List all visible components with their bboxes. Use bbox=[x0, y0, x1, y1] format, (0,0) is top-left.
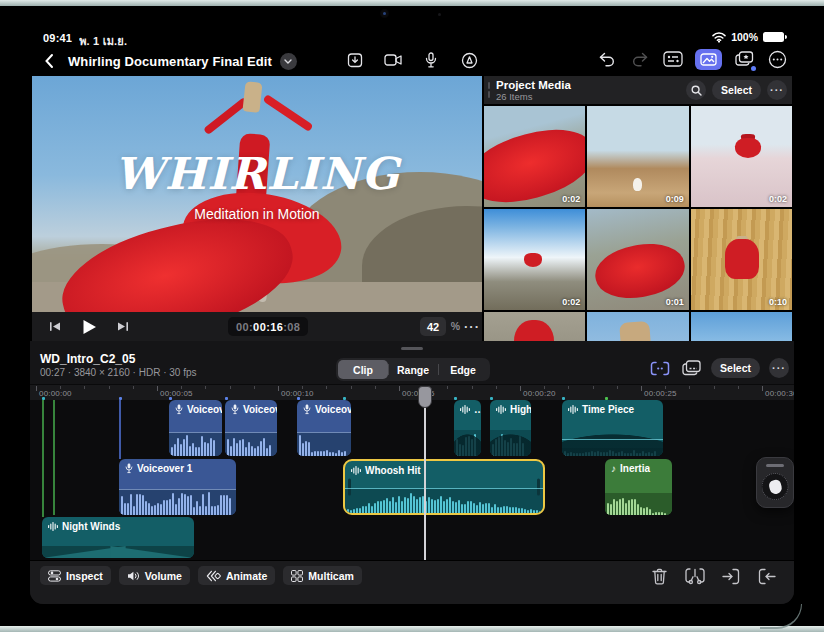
mode-clip[interactable]: Clip bbox=[338, 360, 388, 379]
play-button[interactable] bbox=[78, 316, 100, 338]
multicam-button[interactable]: Multicam bbox=[283, 566, 362, 585]
clip-appearance-button[interactable] bbox=[680, 357, 702, 379]
clip-connector-line bbox=[119, 400, 121, 459]
media-thumbnail[interactable] bbox=[587, 312, 688, 341]
clip-waveform bbox=[119, 489, 236, 515]
timeline-clip-info: 00:27 · 3840 × 2160 · HDR · 30 fps bbox=[40, 367, 196, 378]
timeline-clips-area[interactable]: Night WindsVoiceover 1Voiceover 2Voiceov… bbox=[30, 400, 794, 560]
clip-night-winds[interactable]: Night Winds bbox=[42, 517, 194, 558]
clip-high[interactable]: High… bbox=[490, 400, 531, 456]
delete-button[interactable] bbox=[648, 565, 670, 587]
skip-back-icon[interactable] bbox=[44, 316, 66, 338]
front-camera bbox=[380, 9, 389, 18]
jog-wheel-panel[interactable] bbox=[756, 457, 794, 508]
media-thumbnail[interactable] bbox=[484, 312, 585, 341]
battery-percent: 100% bbox=[731, 31, 758, 43]
thumbnail-duration: 0:02 bbox=[769, 194, 787, 204]
clip-label: Night Winds bbox=[42, 517, 194, 532]
media-thumbnail[interactable]: 0:02 bbox=[484, 106, 585, 207]
tool-label: Animate bbox=[226, 570, 267, 582]
timecode-display[interactable]: 00:00:16:08 bbox=[228, 317, 308, 336]
media-thumbnail[interactable]: 0:02 bbox=[691, 106, 792, 207]
magnetic-timeline-button[interactable] bbox=[649, 357, 671, 379]
battery-icon bbox=[763, 32, 784, 42]
more-button[interactable] bbox=[766, 48, 788, 70]
inspect-button[interactable]: Inspect bbox=[40, 566, 111, 585]
jog-dial[interactable] bbox=[762, 473, 789, 500]
clip-clip[interactable]: … bbox=[454, 400, 481, 456]
device-edge-top bbox=[0, 0, 824, 6]
clip-waveform bbox=[605, 493, 672, 515]
blade-cut-button[interactable] bbox=[684, 565, 706, 587]
timeline-drag-handle[interactable] bbox=[401, 347, 423, 350]
clip-time-piece[interactable]: Time Piece bbox=[562, 400, 663, 456]
project-title: Whirling Documentary Final Edit bbox=[68, 54, 272, 69]
viewer[interactable]: WHIRLING Meditation in Motion bbox=[32, 76, 482, 312]
media-thumbnail[interactable]: 0:09 bbox=[587, 106, 688, 207]
mode-edge[interactable]: Edge bbox=[438, 360, 488, 379]
timeline-clip-name: WD_Intro_C2_05 bbox=[40, 352, 135, 366]
title-menu-button[interactable] bbox=[280, 53, 297, 70]
thumbnail-duration: 0:02 bbox=[562, 297, 580, 307]
video-title-overlay: WHIRLING bbox=[32, 148, 482, 199]
append-clip-button[interactable] bbox=[756, 565, 778, 587]
export-button[interactable] bbox=[344, 49, 366, 71]
inspector-toggle-button[interactable] bbox=[662, 48, 684, 70]
clip-waveform bbox=[454, 430, 481, 456]
clip-label: Voiceover 3 bbox=[297, 400, 351, 415]
camera-button[interactable] bbox=[382, 49, 404, 71]
tool-label: Inspect bbox=[66, 570, 103, 582]
clip-label: Voiceover 2 bbox=[225, 400, 277, 415]
clip-waveform bbox=[490, 430, 531, 456]
status-bar: 09:41 พ. 1 เม.ย. 100% bbox=[30, 28, 794, 46]
edit-mode-segmented-control: ClipRangeEdge bbox=[336, 358, 490, 381]
clip-voiceover-1[interactable]: Voiceover 1 bbox=[119, 459, 236, 515]
skip-forward-icon[interactable] bbox=[112, 316, 134, 338]
microphone-button[interactable] bbox=[420, 49, 442, 71]
clip-label: Whoosh Hit bbox=[345, 461, 543, 476]
tool-label: Volume bbox=[145, 570, 182, 582]
volume-button[interactable]: Volume bbox=[119, 566, 190, 585]
mode-range[interactable]: Range bbox=[388, 360, 438, 379]
media-thumbnail[interactable]: 0:02 bbox=[484, 209, 585, 310]
thumbnail-duration: 0:10 bbox=[769, 297, 787, 307]
jog-drag-handle[interactable] bbox=[766, 464, 784, 467]
clip-voiceover-2[interactable]: Voiceover 2 bbox=[169, 400, 222, 456]
media-thumbnail[interactable] bbox=[691, 312, 792, 341]
media-select-button[interactable]: Select bbox=[712, 80, 761, 100]
animate-button[interactable]: Animate bbox=[198, 566, 275, 585]
jog-knob[interactable] bbox=[767, 478, 782, 494]
project-media-count: 26 Items bbox=[496, 91, 532, 102]
project-media-title: Project Media bbox=[496, 79, 571, 91]
clip-voiceover-2[interactable]: Voiceover 2 bbox=[225, 400, 277, 456]
zoom-level[interactable]: 42 bbox=[420, 317, 446, 336]
playhead-handle[interactable] bbox=[418, 386, 432, 408]
notification-dot bbox=[751, 66, 756, 71]
redo-button[interactable] bbox=[629, 48, 651, 70]
undo-button[interactable] bbox=[596, 48, 618, 70]
wifi-icon bbox=[711, 31, 726, 43]
media-browser-button[interactable] bbox=[695, 49, 722, 70]
timeline-ruler[interactable]: 00:00:0000:00:0500:00:1000:00:1500:00:20… bbox=[30, 384, 794, 400]
media-thumbnail[interactable]: 0:10 bbox=[691, 209, 792, 310]
navbar: Whirling Documentary Final Edit bbox=[30, 46, 794, 76]
panel-grip[interactable] bbox=[488, 82, 490, 98]
clip-voiceover-3[interactable]: Voiceover 3 bbox=[297, 400, 351, 456]
clip-level-line bbox=[562, 439, 663, 441]
viewer-more-button[interactable]: ··· bbox=[464, 319, 480, 334]
media-thumbnail[interactable]: 0:01 bbox=[587, 209, 688, 310]
media-more-button[interactable]: ··· bbox=[767, 80, 787, 100]
thumbnail-duration: 0:09 bbox=[666, 194, 684, 204]
timeline-more-button[interactable]: ··· bbox=[769, 358, 789, 378]
clip-inertia[interactable]: ♪Inertia bbox=[605, 459, 672, 515]
overwrite-insert-button[interactable] bbox=[720, 565, 742, 587]
tool-label: Multicam bbox=[308, 570, 354, 582]
pencil-draw-button[interactable] bbox=[458, 49, 480, 71]
search-button[interactable] bbox=[686, 80, 706, 100]
titles-overlays-button[interactable] bbox=[733, 48, 755, 70]
clip-whoosh-hit[interactable]: Whoosh Hit bbox=[343, 459, 545, 515]
clip-connector-line bbox=[53, 400, 55, 515]
clip-label: High… bbox=[490, 400, 531, 415]
back-button[interactable] bbox=[38, 50, 60, 72]
timeline-select-button[interactable]: Select bbox=[711, 358, 760, 378]
